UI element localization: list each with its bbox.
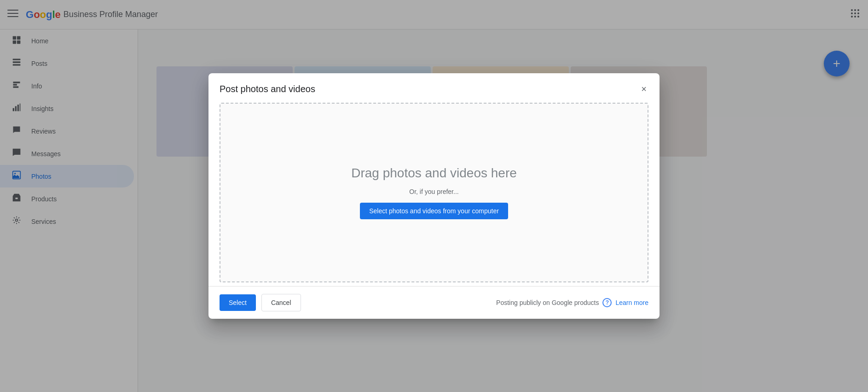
footer-select-button[interactable]: Select	[220, 294, 256, 311]
drop-zone[interactable]: Drag photos and videos here Or, if you p…	[220, 103, 648, 282]
drop-zone-subtitle: Or, if you prefer...	[409, 188, 458, 195]
help-icon[interactable]: ?	[602, 298, 612, 307]
drop-zone-title: Drag photos and videos here	[351, 166, 517, 181]
modal-title: Post photos and videos	[220, 84, 315, 94]
learn-more-link[interactable]: Learn more	[615, 299, 648, 306]
modal-footer: Select Cancel Posting publicly on Google…	[208, 286, 660, 319]
modal-header: Post photos and videos ×	[208, 73, 660, 103]
question-mark-icon: ?	[606, 299, 609, 306]
posting-info-text: Posting publicly on Google products	[496, 299, 599, 306]
footer-info: Posting publicly on Google products ? Le…	[496, 298, 648, 307]
close-icon: ×	[641, 84, 647, 94]
footer-cancel-button[interactable]: Cancel	[261, 294, 301, 311]
post-photos-modal: Post photos and videos × Drag photos and…	[208, 73, 660, 319]
select-files-button[interactable]: Select photos and videos from your compu…	[360, 203, 508, 219]
modal-close-button[interactable]: ×	[639, 82, 648, 95]
modal-body: Drag photos and videos here Or, if you p…	[208, 103, 660, 286]
modal-overlay: Post photos and videos × Drag photos and…	[0, 0, 868, 392]
